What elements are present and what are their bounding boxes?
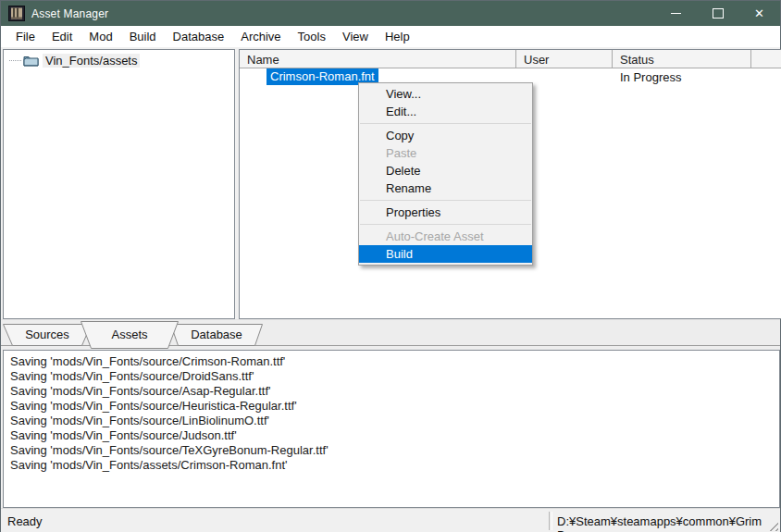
context-menu-item-edit[interactable]: Edit...	[359, 103, 532, 120]
close-icon: ✕	[754, 7, 764, 19]
minimize-icon	[671, 13, 681, 14]
asset-status-value: In Progress	[620, 70, 681, 84]
window-controls: ✕	[655, 1, 780, 26]
log-line: Saving 'mods/Vin_Fonts/source/Judson.ttf…	[10, 428, 773, 443]
log-line: Saving 'mods/Vin_Fonts/source/TeXGyreBon…	[10, 443, 773, 458]
tab-assets-label: Assets	[81, 321, 179, 347]
window-title: Asset Manager	[31, 7, 108, 20]
menu-item-tools[interactable]: Tools	[290, 28, 334, 45]
maximize-icon	[713, 8, 724, 19]
column-header-user[interactable]: User	[516, 50, 613, 68]
menu-item-view[interactable]: View	[334, 28, 377, 45]
menu-item-help[interactable]: Help	[377, 28, 418, 45]
tab-database[interactable]: Database	[170, 324, 263, 346]
menu-bar: File Edit Mod Build Database Archive Too…	[1, 26, 780, 47]
tree-item-vin-fonts-assets[interactable]: Vin_Fonts/assets	[4, 52, 234, 69]
context-menu-item-paste: Paste	[359, 144, 532, 162]
context-menu-separator	[360, 200, 531, 201]
status-working-directory: D:¥Steam¥steamapps¥common¥Grim Dawn	[557, 514, 780, 532]
asset-manager-window: Asset Manager ✕ File Edit Mod Build Data…	[0, 0, 781, 532]
context-menu-item-delete[interactable]: Delete	[359, 162, 532, 179]
title-bar: Asset Manager ✕	[1, 1, 780, 26]
tab-assets[interactable]: Assets	[81, 321, 179, 349]
menu-item-build[interactable]: Build	[121, 28, 165, 45]
context-menu-item-build[interactable]: Build	[359, 245, 532, 263]
column-header-status[interactable]: Status	[613, 50, 751, 68]
tab-sources-label: Sources	[3, 324, 92, 344]
minimize-button[interactable]	[655, 1, 697, 26]
context-menu: View... Edit... Copy Paste Delete Rename…	[358, 82, 533, 266]
app-icon	[8, 6, 25, 21]
log-line: Saving 'mods/Vin_Fonts/source/Heuristica…	[10, 399, 773, 414]
menu-item-database[interactable]: Database	[165, 28, 233, 45]
status-ready-text: Ready	[7, 514, 43, 528]
log-line: Saving 'mods/Vin_Fonts/source/Crimson-Ro…	[10, 354, 773, 369]
context-menu-separator	[360, 123, 531, 124]
tree-item-label: Vin_Fonts/assets	[43, 54, 140, 68]
log-line: Saving 'mods/Vin_Fonts/source/Asap-Regul…	[10, 384, 773, 399]
context-menu-item-view[interactable]: View...	[359, 85, 532, 103]
list-header: Name User Status	[240, 50, 781, 68]
close-button[interactable]: ✕	[738, 1, 780, 26]
menu-item-edit[interactable]: Edit	[43, 28, 81, 45]
maximize-button[interactable]	[697, 1, 738, 26]
asset-tree-panel[interactable]: Vin_Fonts/assets	[3, 49, 235, 319]
column-header-name[interactable]: Name	[240, 50, 516, 68]
build-log-panel[interactable]: Saving 'mods/Vin_Fonts/source/Crimson-Ro…	[3, 350, 780, 508]
context-menu-item-auto-create-asset: Auto-Create Asset	[359, 228, 532, 245]
menu-item-archive[interactable]: Archive	[232, 28, 289, 45]
context-menu-item-properties[interactable]: Properties	[359, 204, 532, 221]
log-line: Saving 'mods/Vin_Fonts/source/DroidSans.…	[10, 369, 773, 384]
menu-item-mod[interactable]: Mod	[81, 28, 120, 45]
status-bar: Ready D:¥Steam¥steamapps¥common¥Grim Daw…	[1, 508, 780, 532]
context-menu-item-rename[interactable]: Rename	[359, 179, 532, 197]
status-bar-separator	[549, 512, 552, 530]
log-line: Saving 'mods/Vin_Fonts/assets/Crimson-Ro…	[10, 458, 773, 473]
log-line: Saving 'mods/Vin_Fonts/source/LinBiolinu…	[10, 414, 773, 428]
context-menu-item-copy[interactable]: Copy	[359, 127, 532, 144]
tab-strip: Sources Database Assets	[1, 319, 780, 351]
folder-icon	[23, 55, 39, 67]
tree-dotted-line	[9, 60, 21, 61]
tab-database-label: Database	[170, 324, 263, 344]
context-menu-separator	[360, 224, 531, 225]
menu-item-file[interactable]: File	[7, 28, 43, 45]
tab-sources[interactable]: Sources	[3, 324, 92, 346]
column-header-filler	[751, 50, 781, 68]
